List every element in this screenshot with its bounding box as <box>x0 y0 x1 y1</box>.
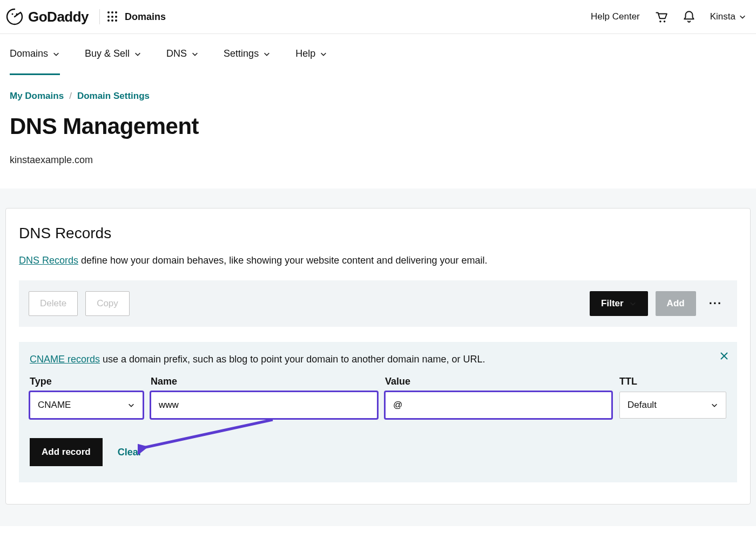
subnav-label: Help <box>295 48 315 59</box>
subnav-buy-sell[interactable]: Buy & Sell <box>85 48 141 75</box>
page-title: DNS Management <box>10 113 746 139</box>
chevron-down-icon <box>629 300 637 307</box>
section-description-text: define how your domain behaves, like sho… <box>78 255 487 266</box>
subnav: Domains Buy & Sell DNS Settings Help <box>0 34 756 76</box>
app-switcher[interactable]: Domains <box>107 11 166 23</box>
chevron-down-icon <box>52 50 60 58</box>
subnav-help[interactable]: Help <box>295 48 327 75</box>
godaddy-logo-icon <box>5 8 24 26</box>
chevron-down-icon <box>127 401 135 409</box>
form-actions: Add record Clear <box>30 438 726 466</box>
page-header: My Domains / Domain Settings DNS Managem… <box>0 76 756 189</box>
more-icon[interactable]: ··· <box>704 293 727 314</box>
cart-icon[interactable] <box>654 10 668 24</box>
svg-point-1 <box>16 14 18 15</box>
topbar: GoDaddy Domains Help Center Kinsta <box>0 0 756 34</box>
breadcrumb: My Domains / Domain Settings <box>10 91 746 102</box>
ttl-label: TTL <box>619 376 726 387</box>
apps-icon <box>107 11 118 22</box>
chevron-down-icon <box>263 50 271 58</box>
help-center-link[interactable]: Help Center <box>591 11 640 22</box>
delete-button[interactable]: Delete <box>29 291 78 316</box>
records-toolbar: Delete Copy Filter Add ··· <box>19 280 737 327</box>
domain-name: kinstaexample.com <box>10 154 746 166</box>
value-input-wrap <box>385 392 612 419</box>
topbar-right: Help Center Kinsta <box>591 10 746 24</box>
type-field: Type CNAME <box>30 376 143 419</box>
breadcrumb-separator: / <box>69 91 72 102</box>
divider <box>99 9 100 24</box>
user-name: Kinsta <box>710 11 735 22</box>
cname-form-panel: CNAME records use a domain prefix, such … <box>19 342 737 482</box>
dns-records-link[interactable]: DNS Records <box>19 255 78 266</box>
content-area: DNS Records DNS Records define how your … <box>0 189 756 526</box>
record-form-row: Type CNAME Name Value <box>30 376 726 419</box>
filter-button[interactable]: Filter <box>590 291 648 316</box>
chevron-down-icon <box>739 13 746 21</box>
chevron-down-icon <box>134 50 141 58</box>
subnav-domains[interactable]: Domains <box>10 48 60 75</box>
filter-label: Filter <box>601 298 624 309</box>
cname-info-rest: use a domain prefix, such as blog to poi… <box>100 354 485 365</box>
add-record-button[interactable]: Add record <box>30 438 103 466</box>
section-title: DNS Records <box>19 225 737 242</box>
user-menu[interactable]: Kinsta <box>710 11 746 22</box>
clear-link[interactable]: Clear <box>118 447 142 458</box>
breadcrumb-domain-settings[interactable]: Domain Settings <box>77 91 150 102</box>
svg-point-2 <box>659 21 661 22</box>
chevron-down-icon <box>711 401 718 409</box>
value-input[interactable] <box>393 392 604 418</box>
svg-point-3 <box>664 21 665 22</box>
chevron-down-icon <box>191 50 199 58</box>
svg-point-0 <box>12 14 14 15</box>
close-icon[interactable] <box>719 351 730 361</box>
bell-icon[interactable] <box>682 10 696 24</box>
value-field: Value <box>385 376 612 419</box>
name-field: Name <box>151 376 377 419</box>
breadcrumb-my-domains[interactable]: My Domains <box>10 91 64 102</box>
name-input[interactable] <box>159 392 369 418</box>
cname-records-link[interactable]: CNAME records <box>30 354 100 365</box>
copy-button[interactable]: Copy <box>85 291 130 316</box>
value-label: Value <box>385 376 612 387</box>
subnav-settings[interactable]: Settings <box>224 48 271 75</box>
chevron-down-icon <box>320 50 327 58</box>
subnav-dns[interactable]: DNS <box>166 48 199 75</box>
ttl-value: Default <box>627 400 657 411</box>
add-button[interactable]: Add <box>656 291 696 316</box>
subnav-label: Buy & Sell <box>85 48 130 59</box>
brand-name: GoDaddy <box>28 9 89 25</box>
cname-info-text: CNAME records use a domain prefix, such … <box>30 354 726 365</box>
brand-logo[interactable]: GoDaddy <box>5 8 98 26</box>
type-label: Type <box>30 376 143 387</box>
type-select[interactable]: CNAME <box>30 392 143 419</box>
dns-records-card: DNS Records DNS Records define how your … <box>5 208 751 505</box>
svg-line-4 <box>143 420 273 448</box>
type-value: CNAME <box>38 400 71 411</box>
ttl-field: TTL Default <box>619 376 726 419</box>
subnav-label: Domains <box>10 48 48 59</box>
section-description: DNS Records define how your domain behav… <box>19 255 737 266</box>
annotation-arrow <box>138 416 278 460</box>
subnav-label: DNS <box>166 48 187 59</box>
subnav-label: Settings <box>224 48 259 59</box>
app-switcher-label: Domains <box>125 11 166 23</box>
name-input-wrap <box>151 392 377 419</box>
name-label: Name <box>151 376 377 387</box>
ttl-select[interactable]: Default <box>619 392 726 419</box>
